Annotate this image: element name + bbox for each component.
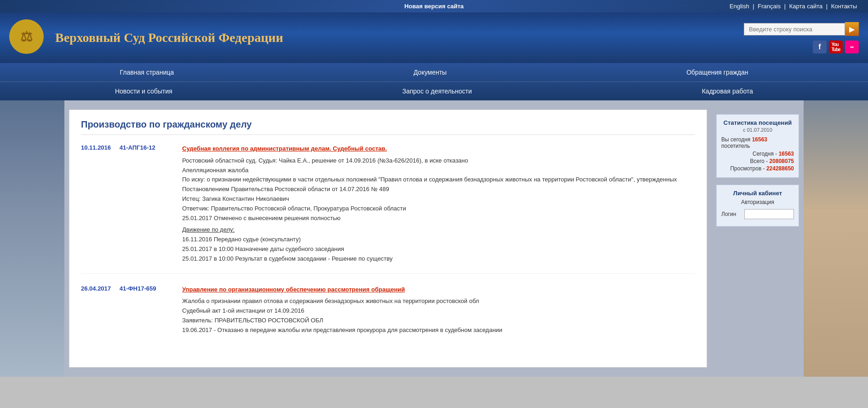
lang-english[interactable]: English bbox=[730, 3, 749, 10]
nav-row-2: Новости и события Запрос о деятельности … bbox=[0, 82, 868, 100]
nav-bar: Главная страница Документы Обращения гра… bbox=[0, 63, 868, 100]
lang-french[interactable]: Français bbox=[758, 3, 781, 10]
search-input[interactable] bbox=[744, 23, 845, 35]
search-box: ▶ bbox=[744, 22, 859, 36]
left-decoration bbox=[0, 100, 64, 377]
nav-citizens[interactable]: Обращения граждан bbox=[673, 63, 762, 82]
stats-today: Вы сегодня 16563 посетитель bbox=[721, 136, 794, 149]
site-title: Верховный Суд Российской Федерации bbox=[55, 30, 744, 45]
stats-box: Статистика посещений с 01.07.2010 Вы сег… bbox=[716, 114, 799, 178]
stats-today-num: 16563 bbox=[752, 136, 767, 143]
case-detail-line-1-5: 25.01.2017 Отменено с вынесением решения… bbox=[182, 214, 695, 223]
eagle-emblem: ⚖ bbox=[9, 19, 44, 54]
case-movement-label-1: Движение по делу: bbox=[182, 225, 695, 235]
case-detail-line-1-4: Ответчик: Правительство Ростовской облас… bbox=[182, 204, 695, 214]
flickr-icon[interactable]: •• bbox=[845, 41, 859, 53]
login-label: Логин bbox=[721, 211, 742, 217]
stats-title: Статистика посещений bbox=[721, 119, 794, 126]
contacts-link[interactable]: Контакты bbox=[831, 3, 857, 10]
youtube-icon[interactable]: YouTube bbox=[829, 41, 843, 53]
case-meta-1: 10.11.2016 41-АПГ16-12 bbox=[81, 144, 182, 264]
case-number-1: 41-АПГ16-12 bbox=[120, 144, 155, 151]
case-meta-2: 26.04.2017 41-ФН17-659 bbox=[81, 285, 182, 335]
site-map-link[interactable]: Карта сайта bbox=[789, 3, 822, 10]
case-date-2: 26.04.2017 bbox=[81, 285, 111, 292]
case-link-1[interactable]: Судебная коллегия по административным де… bbox=[182, 145, 387, 152]
top-links: English | Français | Карта сайта | Конта… bbox=[728, 3, 859, 10]
case-detail-line-2-0: Жалоба о признании правил отлова и содер… bbox=[182, 297, 695, 306]
stats-since: с 01.07.2010 bbox=[721, 127, 794, 133]
case-detail-line-2-1: Судебный акт 1-ой инстанции от 14.09.201… bbox=[182, 306, 695, 316]
nav-documents[interactable]: Документы bbox=[400, 63, 460, 82]
movement-1-2: 25.01.2017 в 10:00 Результат в судебном … bbox=[182, 254, 695, 264]
nav-news[interactable]: Новости и события bbox=[101, 82, 186, 100]
login-input[interactable] bbox=[744, 209, 794, 219]
login-row: Логин bbox=[721, 209, 794, 219]
stats-line-total: Всего - 20808075 bbox=[721, 158, 794, 164]
movement-1-0: 16.11.2016 Передано судье (консультанту) bbox=[182, 235, 695, 245]
case-detail-line-2-3: 19.06.2017 - Отказано в передаче жалобы … bbox=[182, 326, 695, 335]
right-sidebar: Статистика посещений с 01.07.2010 Вы сег… bbox=[712, 100, 804, 377]
nav-home[interactable]: Главная страница bbox=[106, 63, 188, 82]
cabinet-auth: Авторизация bbox=[721, 199, 794, 205]
stats-line-today: Сегодня - 16563 bbox=[721, 151, 794, 157]
case-record-2: 26.04.2017 41-ФН17-659 Управление по орг… bbox=[81, 285, 695, 344]
social-icons: f YouTube •• bbox=[813, 41, 859, 53]
cabinet-box: Личный кабинет Авторизация Логин bbox=[716, 185, 799, 227]
case-detail-line-1-2: По иску: о признании недействующими в ча… bbox=[182, 175, 695, 194]
case-date-1: 10.11.2016 bbox=[81, 144, 111, 151]
nav-requests[interactable]: Запрос о деятельности bbox=[389, 82, 486, 100]
movement-1-1: 25.01.2017 в 10:00 Назначение даты судеб… bbox=[182, 245, 695, 254]
header: ⚖ Верховный Суд Российской Федерации ▶ f… bbox=[0, 12, 868, 63]
movement-link-1[interactable]: Движение по делу: bbox=[182, 226, 235, 233]
page-title: Производство по гражданскому делу bbox=[81, 119, 695, 135]
nav-row-1: Главная страница Документы Обращения гра… bbox=[0, 63, 868, 82]
case-details-2: Управление по организационному обеспечен… bbox=[182, 285, 695, 335]
facebook-icon[interactable]: f bbox=[813, 41, 827, 53]
case-detail-line-1-0: Ростовский областной суд. Судья: Чайка Е… bbox=[182, 156, 695, 166]
new-version-label: Новая версия сайта bbox=[404, 3, 464, 10]
right-decoration bbox=[804, 100, 868, 377]
header-right: ▶ f YouTube •• bbox=[744, 22, 859, 53]
case-link-2[interactable]: Управление по организационному обеспечен… bbox=[182, 286, 405, 293]
logo: ⚖ bbox=[9, 19, 46, 56]
main-wrapper: Производство по гражданскому делу 10.11.… bbox=[0, 100, 868, 377]
nav-hr[interactable]: Кадровая работа bbox=[688, 82, 767, 100]
search-button[interactable]: ▶ bbox=[845, 22, 859, 36]
content-area: Производство по гражданскому делу 10.11.… bbox=[69, 110, 707, 367]
case-detail-line-1-3: Истец: Загика Константин Николаевич bbox=[182, 194, 695, 204]
case-number-2: 41-ФН17-659 bbox=[120, 285, 156, 292]
stats-today-suffix: посетитель bbox=[721, 143, 750, 149]
case-detail-line-2-2: Заявитель: ПРАВИТЕЛЬСТВО РОСТОВСКОЙ ОБЛ bbox=[182, 316, 695, 326]
top-bar: Новая версия сайта English | Français | … bbox=[0, 0, 868, 12]
cabinet-title: Личный кабинет bbox=[721, 190, 794, 197]
stats-line-views: Просмотров - 224288650 bbox=[721, 165, 794, 172]
case-record-1: 10.11.2016 41-АПГ16-12 Судебная коллегия… bbox=[81, 144, 695, 274]
case-detail-line-1-1: Апелляционная жалоба bbox=[182, 166, 695, 175]
case-details-1: Судебная коллегия по административным де… bbox=[182, 144, 695, 264]
